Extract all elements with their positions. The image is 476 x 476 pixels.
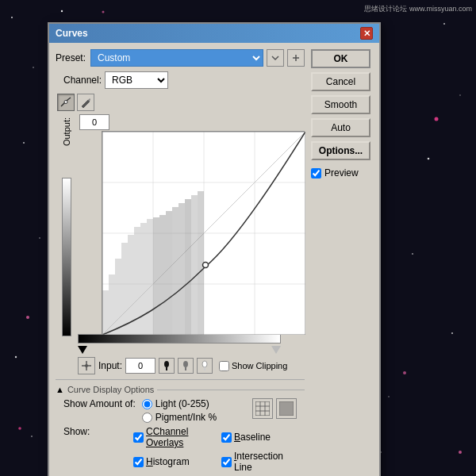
svg-point-18 [26,316,29,319]
svg-point-6 [428,158,430,160]
curve-container: Output: [56,114,305,355]
preview-label: Preview [324,167,359,178]
auto-button[interactable]: Auto [311,118,370,137]
svg-rect-60 [255,401,270,416]
radio-group: Light (0-255) Pigment/Ink % [142,398,217,423]
grid-10x10-button[interactable] [276,398,297,419]
curve-point-tool[interactable] [57,94,75,111]
histogram-label: Histogram [146,456,190,467]
intersection-line-checkbox[interactable] [221,457,232,467]
vertical-gradient [62,178,71,336]
histogram-checkbox[interactable] [133,457,144,467]
show-clipping-label: Show Clipping [232,361,287,370]
curve-tools [56,94,305,111]
options-button[interactable]: Options... [311,141,370,160]
black-point-eyedropper[interactable] [159,358,175,374]
svg-rect-45 [166,211,172,335]
svg-point-21 [18,427,21,430]
adjust-curves-button[interactable] [78,357,95,374]
channel-overlays-label: CChannel Overlays [146,426,209,448]
svg-point-12 [15,356,17,358]
svg-rect-39 [128,235,134,335]
collapse-toggle[interactable]: ▲ [56,385,64,394]
channel-row: Channel: RGB Red Green Blue [56,71,305,89]
svg-rect-44 [159,215,166,335]
horizontal-gradient [78,334,281,344]
input-slider[interactable] [78,344,281,355]
svg-point-4 [443,23,445,25]
baseline-checkbox[interactable] [221,432,232,443]
cancel-button[interactable]: Cancel [311,72,370,91]
left-panel: Preset: Custom Channel: RGB Red Green [56,49,305,473]
svg-point-3 [61,10,63,12]
pencil-tool[interactable] [77,94,94,111]
show-checkboxes: CChannel Overlays Baseline Histogram [133,426,297,473]
preset-save-button[interactable] [287,49,305,67]
input-label: Input: [98,360,122,371]
svg-rect-55 [166,367,167,370]
output-label: Output: [62,117,71,146]
grid-buttons [252,398,297,419]
curves-dialog: Curves ✕ Preset: Custom Ch [48,22,381,476]
gray-point-eyedropper[interactable] [178,358,194,374]
svg-point-10 [23,142,25,144]
close-button[interactable]: ✕ [360,27,373,40]
svg-rect-59 [204,367,205,370]
input-value-input[interactable] [125,358,155,374]
curve-display[interactable] [102,131,305,334]
svg-rect-46 [172,207,178,335]
intersection-line-item: Intersection Line [221,451,297,473]
radio-light-row: Light (0-255) [142,398,217,409]
svg-point-8 [451,332,453,334]
radio-light[interactable] [142,399,152,409]
svg-rect-41 [140,223,147,335]
show-amount-row: Show Amount of: Light (0-255) Pigment/In… [56,398,305,423]
show-clipping-checkbox[interactable] [219,361,229,371]
radio-light-label: Light (0-255) [155,398,209,409]
intersection-line-label: Intersection Line [234,451,297,473]
dialog-title: Curves [56,28,88,39]
grid-4x4-button[interactable] [252,398,273,419]
output-value-area [78,114,305,130]
preset-load-button[interactable] [267,49,284,67]
svg-point-11 [39,237,40,239]
svg-point-9 [388,396,390,397]
svg-point-22 [459,451,462,454]
preview-checkbox[interactable] [311,168,321,178]
vertical-axis: Output: [56,114,78,336]
svg-rect-42 [147,219,153,335]
curve-display-options-header: ▲ Curve Display Options [56,385,305,394]
white-point-eyedropper[interactable] [197,358,213,374]
svg-point-23 [102,11,105,13]
output-value-input[interactable] [79,114,109,130]
ok-button[interactable]: OK [311,49,370,68]
curve-display-options-label: Curve Display Options [67,385,154,394]
section-line [157,390,305,390]
dialog-body: Preset: Custom Channel: RGB Red Green [49,43,379,476]
svg-point-2 [33,67,34,68]
preset-select[interactable]: Custom [90,49,263,67]
svg-point-1 [11,17,13,18]
show-clipping-row: Show Clipping [219,361,287,371]
channel-select[interactable]: RGB Red Green Blue [105,71,168,89]
svg-rect-37 [115,259,121,335]
channel-overlays-item: CChannel Overlays [133,426,209,448]
show-amount-label: Show Amount of: [63,398,136,409]
right-panel: OK Cancel Smooth Auto Options... Preview [311,49,373,473]
svg-rect-57 [185,367,186,370]
radio-pigment[interactable] [142,413,152,423]
curve-display-options-section: ▲ Curve Display Options Show Amount of: … [56,379,305,473]
svg-point-19 [435,117,439,121]
svg-point-54 [164,361,169,367]
svg-point-26 [64,101,67,104]
svg-point-20 [403,371,406,374]
channel-overlays-checkbox[interactable] [133,432,144,443]
svg-rect-49 [191,195,198,335]
svg-point-51 [203,263,209,268]
channel-label: Channel: [63,75,102,86]
preset-row: Preset: Custom [56,49,305,67]
svg-point-58 [202,361,207,367]
smooth-button[interactable]: Smooth [311,95,370,114]
watermark-text: 思绪设计论坛 www.missyuan.com [364,4,472,14]
histogram-item: Histogram [133,451,209,473]
